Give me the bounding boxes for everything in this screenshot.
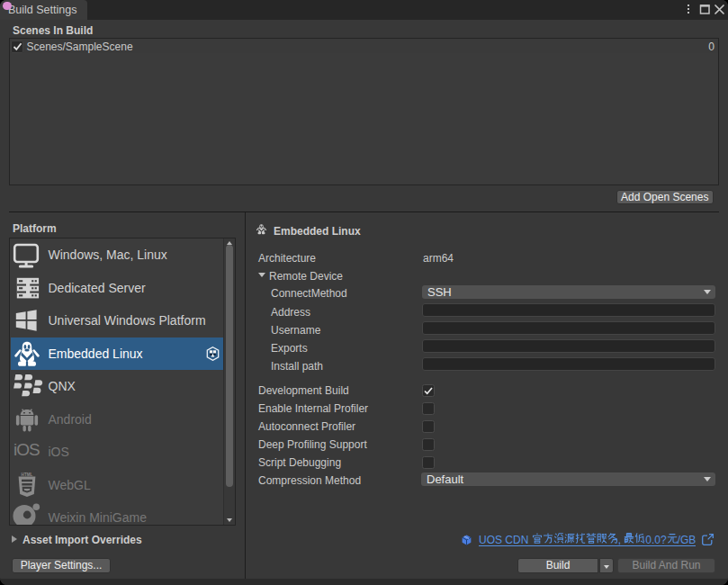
svg-text:HTML: HTML — [22, 472, 33, 476]
